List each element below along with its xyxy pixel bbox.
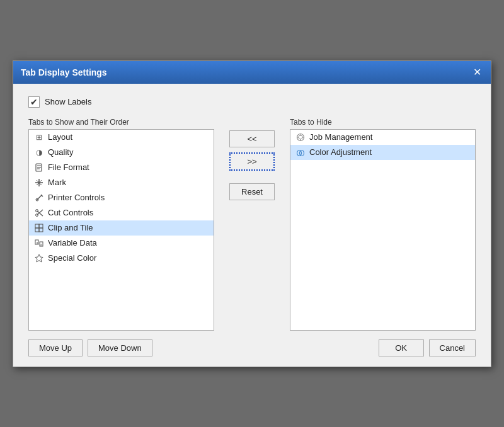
middle-buttons-container: << >> Reset [214,130,290,200]
clipandtile-icon [34,223,44,233]
item-label: Color Adjustment [309,147,372,157]
checkmark: ✔ [30,97,38,107]
bottom-row: Move Up Move Down OK Cancel [28,339,476,356]
item-label: Variable Data [48,238,97,248]
ok-button[interactable]: OK [379,339,424,356]
reset-button[interactable]: Reset [229,183,275,200]
list-item[interactable]: Mark [29,175,214,190]
variabledata-icon: a a [34,238,44,248]
tabs-to-hide-list[interactable]: Job Management Color Adjustment [290,129,476,331]
tabs-to-hide-header: Tabs to Hide [290,118,476,127]
svg-line-8 [37,195,42,200]
svg-marker-23 [35,254,43,262]
item-label: Mark [48,178,66,187]
checkbox-box: ✔ [28,96,40,108]
ok-cancel-buttons: OK Cancel [379,339,476,356]
svg-rect-15 [35,224,39,228]
list-item[interactable]: Cut Controls [29,205,214,220]
svg-line-14 [37,210,43,216]
svg-rect-16 [39,224,43,228]
close-button[interactable]: ✕ [471,66,483,79]
tabs-to-show-container: Tabs to Show and Their Order Layout Qual… [28,118,214,331]
tabs-to-show-header: Tabs to Show and Their Order [28,118,214,127]
item-label: File Format [48,162,89,172]
list-item[interactable]: Color Adjustment [290,145,475,160]
layout-icon [34,132,44,142]
move-right-button[interactable]: >> [229,152,275,171]
specialcolor-icon [34,253,44,263]
list-item[interactable]: File Format [29,160,214,175]
show-labels-label: Show Labels [45,97,91,106]
svg-rect-17 [35,228,39,232]
dialog-content: ✔ Show Labels Tabs to Show and Their Ord… [13,84,491,367]
list-item[interactable]: Job Management [290,130,475,145]
item-label: Cut Controls [48,208,93,217]
printercontrols-icon [34,193,44,203]
move-down-button[interactable]: Move Down [88,339,152,356]
coloradjustment-icon [295,147,306,157]
item-label: Clip and Tile [48,223,93,232]
title-bar: Tab Display Settings ✕ [13,61,491,84]
svg-rect-18 [39,228,43,232]
list-item[interactable]: Printer Controls [29,190,214,205]
jobmanagement-icon [295,132,306,142]
tabs-to-show-list[interactable]: Layout Quality [28,129,214,331]
cutcontrols-icon [34,208,44,218]
move-up-button[interactable]: Move Up [28,339,83,356]
quality-icon [34,147,44,157]
show-labels-row: ✔ Show Labels [28,96,476,108]
item-label: Quality [48,147,73,157]
move-buttons: Move Up Move Down [28,339,152,356]
svg-point-25 [299,135,302,139]
item-label: Job Management [309,132,372,142]
item-label: Special Color [48,253,96,263]
mark-icon [34,178,44,188]
lists-section: Tabs to Show and Their Order Layout Qual… [28,118,476,331]
list-item[interactable]: a a Variable Data [29,236,214,251]
tabs-to-hide-container: Tabs to Hide [290,118,476,331]
move-left-button[interactable]: << [229,130,275,147]
fileformat-icon [34,162,44,173]
dialog: Tab Display Settings ✕ ✔ Show Labels Tab… [13,60,491,367]
item-label: Printer Controls [48,193,105,202]
svg-text:a: a [40,242,42,246]
list-item[interactable]: Quality [29,145,214,160]
list-item[interactable]: Clip and Tile [29,220,214,236]
svg-line-13 [37,210,43,215]
svg-text:a: a [37,241,38,244]
list-item[interactable]: Layout [29,130,214,145]
dialog-title: Tab Display Settings [21,67,107,77]
show-labels-checkbox[interactable]: ✔ Show Labels [28,96,91,108]
cancel-button[interactable]: Cancel [429,339,476,356]
item-label: Layout [48,132,72,142]
list-item[interactable]: Special Color [29,251,214,266]
